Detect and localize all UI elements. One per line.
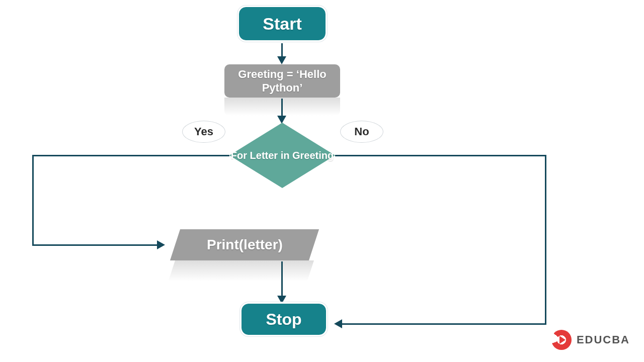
stop-label: Stop xyxy=(266,310,301,329)
brand-logo: EDUCBA xyxy=(551,330,630,350)
reflection xyxy=(169,260,314,281)
decision-text: For Letter in Greeting xyxy=(231,150,334,161)
decision-for-loop: For Letter in Greeting xyxy=(229,123,335,188)
connector xyxy=(335,155,546,156)
arrowhead-icon xyxy=(157,240,165,249)
yes-text: Yes xyxy=(194,125,213,138)
arrowhead-icon xyxy=(334,319,342,328)
arrowhead-icon xyxy=(277,296,286,304)
decision-label: For Letter in Greeting xyxy=(229,123,335,188)
connector xyxy=(545,155,546,325)
connector xyxy=(281,43,283,57)
arrowhead-icon xyxy=(277,56,286,64)
process-init: Greeting = ‘Hello Python’ xyxy=(224,64,340,98)
io-print-label: Print(letter) xyxy=(207,237,283,253)
brand-name: EDUCBA xyxy=(577,333,630,346)
no-text: No xyxy=(354,125,369,138)
logo-icon xyxy=(551,330,572,350)
start-terminal: Start xyxy=(239,7,326,40)
stop-terminal: Stop xyxy=(242,304,326,335)
start-label: Start xyxy=(263,14,301,34)
connector xyxy=(342,323,546,325)
branch-label-yes: Yes xyxy=(182,121,225,143)
io-print-shape: Print(letter) xyxy=(170,229,319,260)
connector xyxy=(281,99,283,117)
connector xyxy=(32,244,158,246)
flowchart-canvas: Start Greeting = ‘Hello Python’ For Lett… xyxy=(0,0,644,362)
process-init-label: Greeting = ‘Hello Python’ xyxy=(231,67,333,95)
branch-label-no: No xyxy=(340,121,383,143)
connector xyxy=(32,155,34,245)
connector xyxy=(32,155,229,156)
io-print: Print(letter) xyxy=(175,229,314,260)
connector xyxy=(281,261,283,297)
